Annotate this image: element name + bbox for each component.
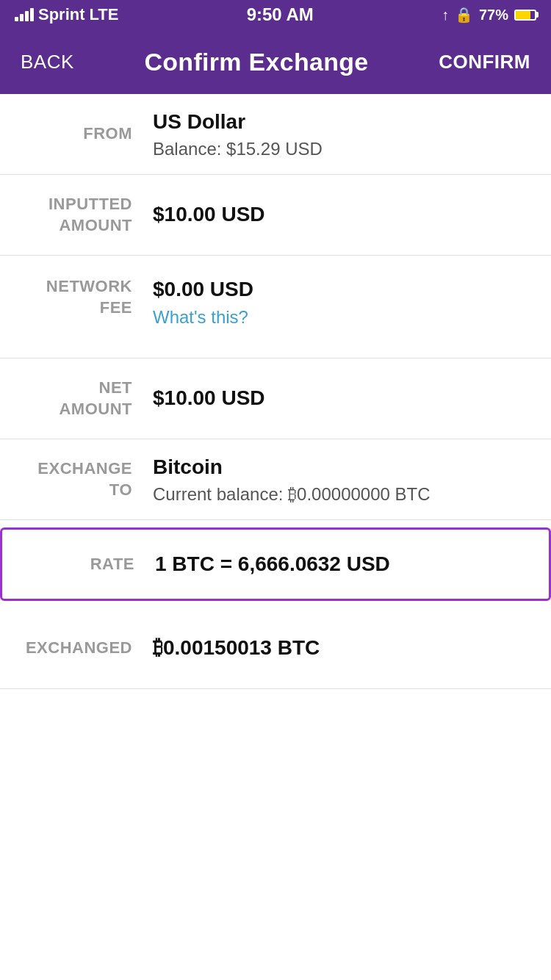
system-icons: ↑ 🔒 77% bbox=[442, 6, 536, 24]
exchange-to-label: EXCHANGE TO bbox=[21, 458, 153, 500]
inputted-amount-label: INPUTTED AMOUNT bbox=[21, 194, 153, 236]
from-label: FROM bbox=[21, 123, 153, 145]
network-label: LTE bbox=[90, 5, 119, 24]
from-value: US Dollar Balance: $15.29 USD bbox=[153, 109, 530, 159]
battery-percent: 77% bbox=[479, 7, 508, 24]
from-balance: Balance: $15.29 USD bbox=[153, 139, 530, 159]
exchange-to-row: EXCHANGE TO Bitcoin Current balance: ₿0.… bbox=[0, 439, 551, 520]
battery-icon bbox=[514, 10, 536, 21]
inputted-amount-row: INPUTTED AMOUNT $10.00 USD bbox=[0, 175, 551, 256]
back-button[interactable]: BACK bbox=[21, 51, 74, 73]
whats-this-link[interactable]: What's this? bbox=[153, 307, 530, 328]
rate-label: RATE bbox=[23, 554, 155, 575]
page-title: Confirm Exchange bbox=[144, 48, 368, 76]
lock-icon: 🔒 bbox=[455, 6, 473, 24]
clock: 9:50 AM bbox=[247, 4, 314, 25]
content-area: FROM US Dollar Balance: $15.29 USD INPUT… bbox=[0, 94, 551, 689]
nav-bar: BACK Confirm Exchange CONFIRM bbox=[0, 29, 551, 94]
carrier-label: Sprint bbox=[38, 5, 85, 24]
network-fee-row: NETWORK FEE $0.00 USD What's this? bbox=[0, 256, 551, 359]
exchanged-row: EXCHANGED ₿0.00150013 BTC bbox=[0, 608, 551, 689]
net-amount-row: NET AMOUNT $10.00 USD bbox=[0, 359, 551, 439]
exchange-to-value: Bitcoin Current balance: ₿0.00000000 BTC bbox=[153, 454, 530, 504]
confirm-button[interactable]: CONFIRM bbox=[439, 51, 530, 73]
location-icon: ↑ bbox=[442, 7, 449, 24]
network-fee-label: NETWORK FEE bbox=[21, 273, 153, 318]
from-row: FROM US Dollar Balance: $15.29 USD bbox=[0, 94, 551, 175]
from-currency: US Dollar bbox=[153, 109, 530, 135]
status-bar: Sprint LTE 9:50 AM ↑ 🔒 77% bbox=[0, 0, 551, 29]
inputted-amount-value: $10.00 USD bbox=[153, 201, 530, 228]
rate-value: 1 BTC = 6,666.0632 USD bbox=[155, 551, 528, 577]
rate-row: RATE 1 BTC = 6,666.0632 USD bbox=[0, 527, 551, 601]
exchanged-label: EXCHANGED bbox=[21, 638, 153, 659]
net-amount-value: $10.00 USD bbox=[153, 385, 530, 411]
exchanged-value: ₿0.00150013 BTC bbox=[153, 635, 530, 661]
net-amount-label: NET AMOUNT bbox=[21, 378, 153, 419]
carrier-info: Sprint LTE bbox=[15, 5, 118, 24]
signal-icon bbox=[15, 8, 34, 21]
network-fee-value: $0.00 USD What's this? bbox=[153, 273, 530, 328]
